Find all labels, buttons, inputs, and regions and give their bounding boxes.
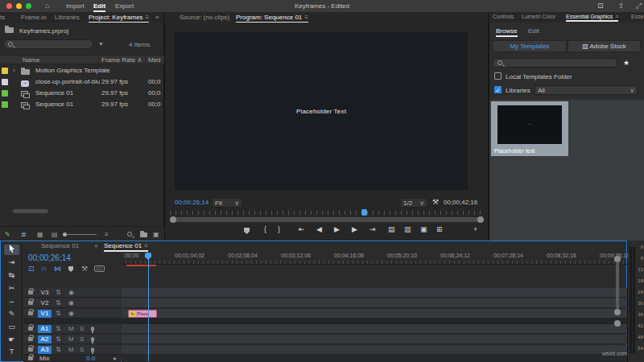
panel-menu-icon[interactable]: ≡ (304, 14, 308, 21)
label-color-swatch[interactable] (2, 79, 8, 85)
label-color-swatch[interactable] (2, 101, 8, 108)
item-name[interactable]: Sequence 01 (35, 100, 73, 109)
keyframe-nav-icon[interactable]: ▸ (114, 355, 117, 362)
label-color-swatch[interactable] (2, 68, 8, 74)
mic-icon[interactable] (91, 326, 94, 333)
project-search-input[interactable] (3, 39, 93, 49)
timeline-vertical-scrollbar[interactable] (614, 256, 621, 356)
mark-in-icon[interactable]: { (264, 225, 266, 233)
lock-icon[interactable] (28, 355, 33, 362)
track-lane-mix[interactable] (122, 355, 627, 362)
lock-icon[interactable] (28, 335, 33, 343)
scrollbar-right-handle[interactable] (477, 216, 484, 223)
track-lane-a1[interactable] (122, 324, 627, 334)
template-card-selected[interactable]: — Placeholder text (491, 101, 568, 156)
mute-button[interactable]: M (68, 325, 74, 333)
solo-button[interactable]: S (80, 346, 84, 354)
snap-magnet-icon[interactable]: ∩ (41, 265, 46, 273)
mute-button[interactable]: M (68, 335, 74, 343)
timeline-settings-wrench-icon[interactable]: ⚒ (81, 265, 88, 273)
adobe-stock-button[interactable]: ▨ Adobe Stock (568, 40, 641, 52)
icon-view-icon[interactable]: ▦ (37, 231, 43, 238)
track-target-a3[interactable]: A3 (38, 346, 52, 354)
column-name[interactable]: Name (23, 56, 39, 64)
scrollbar-handle[interactable] (614, 309, 621, 315)
ripple-edit-tool[interactable]: ↹ (4, 270, 19, 281)
scrollbar-left-handle[interactable] (170, 216, 176, 223)
track-target-v1[interactable]: V1 (38, 310, 52, 318)
track-target-v3[interactable]: V3 (38, 289, 52, 297)
fullscreen-icon[interactable]: ⤢ (636, 2, 642, 10)
add-marker-icon[interactable] (68, 265, 73, 274)
filter-icon[interactable]: ▼ (98, 41, 104, 47)
eye-icon[interactable]: ◉ (68, 310, 74, 318)
new-item-icon[interactable]: ▣ (153, 231, 159, 238)
lift-icon[interactable]: ▤ (388, 225, 395, 233)
workspace-icon[interactable]: ⊡ (597, 2, 604, 10)
close-tab-icon[interactable]: × (94, 242, 98, 249)
add-marker-icon[interactable] (244, 228, 250, 236)
solo-button[interactable]: S (80, 325, 84, 333)
hand-tool[interactable]: ☛ (4, 335, 19, 345)
pen-tool[interactable]: ✎ (4, 309, 19, 319)
project-row-sequence[interactable]: Sequence 01 29.97 fps 00;0 (0, 88, 164, 98)
export-frame-icon[interactable]: ▣ (420, 225, 427, 233)
timeline-clip[interactable]: fx Place (128, 310, 157, 318)
share-icon[interactable]: ⇧ (618, 2, 625, 10)
tab-frameio[interactable]: Frame.io (21, 14, 47, 21)
expander-icon[interactable]: › (13, 66, 15, 76)
tab-libraries[interactable]: Libraries (55, 14, 80, 21)
project-filename[interactable]: Keyframes.prproj (19, 27, 68, 35)
lock-icon[interactable] (28, 299, 33, 306)
panel-menu-icon[interactable]: ≡ (615, 14, 618, 19)
scrollbar-handle[interactable] (614, 320, 621, 327)
panel-menu-icon[interactable]: ≡ (144, 242, 148, 249)
mic-icon[interactable] (91, 347, 94, 354)
eye-icon[interactable]: ◉ (68, 299, 74, 307)
project-row-bin[interactable]: › Motion Graphics Template (0, 66, 164, 76)
favorites-star-icon[interactable]: ★ (623, 59, 630, 67)
column-frame-rate[interactable]: Frame Rate ∧ (101, 56, 142, 64)
tab-effect-controls[interactable]: Controls (493, 14, 514, 19)
find-icon[interactable] (127, 231, 132, 238)
program-zoom-scrollbar[interactable] (171, 217, 482, 222)
mic-icon[interactable] (91, 336, 94, 343)
track-target-a1[interactable]: A1 (38, 325, 52, 333)
eye-icon[interactable]: ◉ (68, 289, 74, 297)
track-lane-a3[interactable] (122, 345, 627, 355)
razor-tool[interactable]: ✂ (4, 283, 19, 294)
libraries-dropdown[interactable]: All∨ (535, 85, 638, 95)
project-row-sequence[interactable]: Sequence 01 29.97 fps 00;0 (0, 100, 164, 109)
program-timecode[interactable]: 00;00;26;14 (175, 199, 208, 206)
tab-program-monitor[interactable]: Program: Sequence 01≡ (236, 14, 308, 23)
sync-lock-icon[interactable]: ⇅ (56, 289, 61, 297)
browse-tab[interactable]: Browse (496, 27, 518, 37)
tab-clipped-right[interactable]: Esse (631, 14, 644, 19)
scrollbar-handle[interactable] (614, 256, 621, 262)
comparison-view-icon[interactable]: ⊞ (436, 225, 443, 233)
track-lane-a2[interactable] (122, 335, 627, 344)
go-to-out-icon[interactable]: ⇥ (369, 225, 376, 233)
extract-icon[interactable]: ▥ (404, 225, 411, 233)
my-templates-button[interactable]: My Templates (493, 40, 567, 52)
tab-lumetri-color[interactable]: Lumetri Color (522, 14, 555, 19)
tab-overflow-icon[interactable]: » (155, 14, 159, 21)
item-name[interactable]: Sequence 01 (35, 88, 73, 98)
lock-icon[interactable] (28, 346, 33, 353)
program-scrubber[interactable] (170, 211, 484, 215)
libraries-checkbox[interactable]: ✓ (494, 86, 502, 93)
label-color-swatch[interactable] (2, 90, 8, 97)
pencil-icon[interactable]: ✎ (5, 231, 10, 238)
tab-source-monitor[interactable]: Source: (no clips) (180, 14, 229, 21)
nest-source-icon[interactable]: ⊡ (28, 265, 35, 273)
sync-lock-icon[interactable]: ⇅ (56, 299, 61, 307)
track-lane-v2[interactable] (122, 298, 627, 308)
edit-tab[interactable]: Edit (528, 27, 539, 35)
track-lane-v1[interactable]: fx Place (122, 309, 627, 319)
step-forward-icon[interactable]: ▶ (352, 225, 357, 233)
track-target-v2[interactable]: V2 (38, 299, 52, 307)
new-bin-icon[interactable] (140, 232, 147, 239)
track-target-a2[interactable]: A2 (38, 335, 52, 343)
linked-selection-icon[interactable]: ⋈ (54, 265, 61, 273)
lock-icon[interactable] (28, 325, 33, 332)
